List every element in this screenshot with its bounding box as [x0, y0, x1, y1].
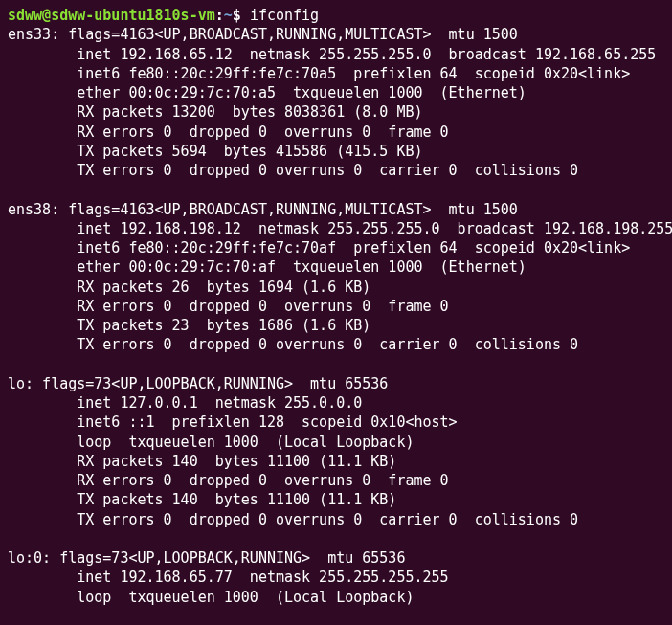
- output-line: inet6 fe80::20c:29ff:fe7c:70a5 prefixlen…: [8, 65, 630, 82]
- terminal-output[interactable]: sdww@sdww-ubuntu1810s-vm:~$ ifconfig ens…: [0, 0, 672, 613]
- output-line: TX packets 140 bytes 11100 (11.1 KB): [8, 491, 396, 508]
- output-line: RX packets 13200 bytes 8038361 (8.0 MB): [8, 103, 422, 121]
- output-line: TX errors 0 dropped 0 overruns 0 carrier…: [8, 162, 578, 179]
- output-line: RX errors 0 dropped 0 overruns 0 frame 0: [8, 472, 449, 489]
- output-line: RX errors 0 dropped 0 overruns 0 frame 0: [8, 123, 449, 141]
- iface-header: lo: flags=73<UP,LOOPBACK,RUNNING> mtu 65…: [8, 375, 388, 392]
- prompt-dollar: $: [233, 7, 250, 24]
- output-line: inet 127.0.0.1 netmask 255.0.0.0: [8, 394, 362, 412]
- output-line: loop txqueuelen 1000 (Local Loopback): [8, 434, 414, 451]
- output-line: TX packets 5694 bytes 415586 (415.5 KB): [8, 143, 422, 160]
- output-line: RX packets 26 bytes 1694 (1.6 KB): [8, 279, 370, 296]
- output-line: inet6 ::1 prefixlen 128 scopeid 0x10<hos…: [8, 413, 458, 431]
- output-line: loop txqueuelen 1000 (Local Loopback): [8, 589, 414, 606]
- output-line: inet6 fe80::20c:29ff:fe7c:70af prefixlen…: [8, 239, 630, 257]
- iface-header: ens33: flags=4163<UP,BROADCAST,RUNNING,M…: [8, 26, 518, 43]
- output-line: inet 192.168.198.12 netmask 255.255.255.…: [8, 220, 672, 237]
- iface-header: ens38: flags=4163<UP,BROADCAST,RUNNING,M…: [8, 201, 518, 218]
- output-line: RX errors 0 dropped 0 overruns 0 frame 0: [8, 298, 449, 315]
- command-text: ifconfig: [250, 7, 319, 24]
- output-line: TX errors 0 dropped 0 overruns 0 carrier…: [8, 336, 578, 353]
- output-line: TX errors 0 dropped 0 overruns 0 carrier…: [8, 511, 578, 528]
- output-line: ether 00:0c:29:7c:70:af txqueuelen 1000 …: [8, 258, 526, 276]
- iface-header: lo:0: flags=73<UP,LOOPBACK,RUNNING> mtu …: [8, 549, 405, 567]
- prompt-path: ~: [224, 7, 233, 24]
- output-line: inet 192.168.65.12 netmask 255.255.255.0…: [8, 46, 656, 63]
- prompt-separator: :: [215, 7, 224, 24]
- prompt-user-host: sdww@sdww-ubuntu1810s-vm: [8, 7, 215, 24]
- output-line: TX packets 23 bytes 1686 (1.6 KB): [8, 317, 370, 334]
- output-line: ether 00:0c:29:7c:70:a5 txqueuelen 1000 …: [8, 84, 526, 101]
- output-line: RX packets 140 bytes 11100 (11.1 KB): [8, 453, 396, 470]
- output-line: inet 192.168.65.77 netmask 255.255.255.2…: [8, 569, 449, 586]
